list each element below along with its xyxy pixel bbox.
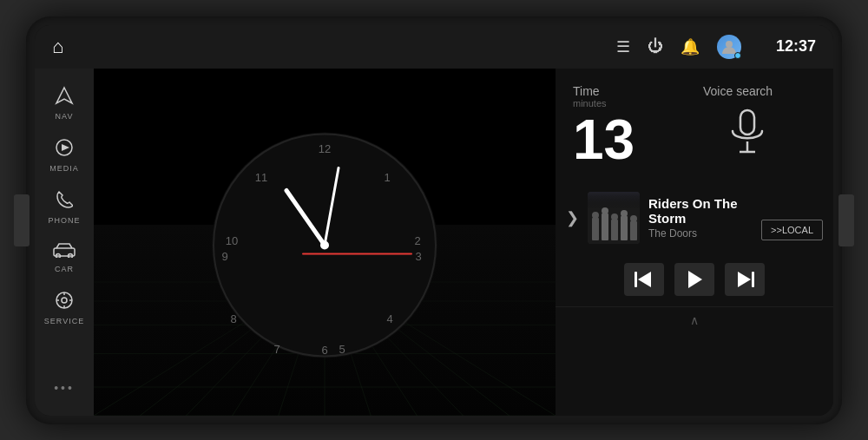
- svg-rect-64: [635, 272, 637, 287]
- svg-text:9: 9: [221, 249, 227, 262]
- play-button[interactable]: [674, 263, 714, 296]
- svg-text:4: 4: [386, 312, 392, 325]
- svg-text:8: 8: [230, 312, 236, 325]
- svg-point-54: [592, 212, 599, 219]
- next-button[interactable]: [725, 263, 765, 296]
- menu-icon[interactable]: ☰: [616, 37, 630, 56]
- main-content: NAV MEDIA: [35, 69, 833, 416]
- song-title: Riders On The Storm: [648, 196, 753, 226]
- service-icon: [55, 291, 74, 314]
- svg-rect-57: [611, 220, 618, 240]
- power-icon[interactable]: ⏻: [648, 37, 663, 56]
- bell-icon[interactable]: 🔔: [681, 37, 700, 56]
- nav-label: NAV: [56, 112, 74, 121]
- home-icon[interactable]: ⌂: [52, 36, 63, 58]
- svg-marker-65: [638, 272, 651, 287]
- sidebar: NAV MEDIA: [35, 69, 94, 416]
- player-controls: [556, 253, 833, 306]
- svg-point-62: [630, 215, 637, 222]
- sidebar-item-nav[interactable]: NAV: [35, 77, 94, 129]
- svg-text:12: 12: [319, 141, 331, 154]
- media-label: MEDIA: [49, 164, 79, 173]
- screen: ⌂ ☰ ⏻ 🔔 12:37: [35, 25, 833, 416]
- car-icon: [53, 242, 76, 262]
- svg-text:11: 11: [255, 170, 267, 183]
- top-bar-icons: ☰ ⏻ 🔔 12:37: [616, 35, 816, 59]
- prev-button[interactable]: [624, 263, 664, 296]
- avatar-dot: [734, 52, 741, 59]
- voice-label: Voice search: [703, 84, 773, 98]
- svg-marker-66: [688, 271, 702, 288]
- voice-widget: Voice search: [703, 84, 816, 171]
- svg-text:2: 2: [414, 233, 420, 246]
- car-head-unit: ⌂ ☰ ⏻ 🔔 12:37: [26, 16, 842, 424]
- bottom-bar[interactable]: ∧: [556, 306, 833, 334]
- song-info: Riders On The Storm The Doors: [648, 196, 753, 240]
- time-sublabel: minutes: [573, 98, 686, 108]
- microphone-icon[interactable]: [729, 108, 766, 171]
- svg-rect-63: [588, 192, 640, 209]
- svg-marker-1: [56, 88, 72, 103]
- svg-text:7: 7: [273, 342, 279, 355]
- svg-rect-67: [752, 272, 754, 287]
- album-art: [588, 192, 640, 244]
- mount-right: [838, 194, 854, 246]
- sidebar-item-media[interactable]: MEDIA: [35, 129, 94, 181]
- phone-label: PHONE: [48, 216, 80, 225]
- phone-icon: [56, 190, 73, 213]
- time-widget: Time minutes 13: [573, 84, 686, 171]
- svg-rect-49: [740, 110, 754, 135]
- svg-point-60: [621, 210, 628, 217]
- svg-point-48: [320, 240, 329, 249]
- svg-text:6: 6: [321, 343, 327, 356]
- svg-rect-55: [602, 213, 608, 240]
- local-button[interactable]: >>LOCAL: [761, 220, 823, 240]
- user-avatar[interactable]: [717, 35, 741, 59]
- analog-clock: 12 1 2 3 4 5 6 7 8 9 10 11: [207, 128, 442, 365]
- music-row: ❯: [556, 183, 833, 253]
- svg-marker-68: [738, 272, 751, 287]
- time-label: Time: [573, 84, 686, 98]
- svg-point-58: [611, 213, 618, 220]
- svg-marker-3: [62, 144, 69, 151]
- service-label: SERVICE: [44, 317, 84, 325]
- right-panel: Time minutes 13 Voice search: [556, 69, 833, 416]
- svg-text:3: 3: [415, 249, 421, 262]
- expand-arrow[interactable]: ❯: [566, 208, 579, 227]
- more-button[interactable]: •••: [54, 369, 75, 407]
- nav-icon: [55, 86, 74, 109]
- svg-point-8: [62, 298, 67, 303]
- info-row: Time minutes 13 Voice search: [556, 69, 833, 180]
- time-value: 13: [573, 112, 686, 167]
- svg-rect-61: [630, 221, 637, 240]
- media-icon: [55, 138, 74, 161]
- chevron-up-icon: ∧: [690, 313, 699, 327]
- svg-text:10: 10: [226, 233, 238, 246]
- clock-area: 12 1 2 3 4 5 6 7 8 9 10 11: [94, 69, 556, 416]
- car-label: CAR: [55, 265, 74, 273]
- sidebar-item-phone[interactable]: PHONE: [35, 181, 94, 233]
- svg-text:5: 5: [339, 342, 345, 355]
- svg-rect-53: [592, 218, 599, 240]
- sidebar-item-car[interactable]: CAR: [35, 233, 94, 282]
- svg-point-0: [726, 41, 733, 48]
- sidebar-item-service[interactable]: SERVICE: [35, 282, 94, 334]
- mount-left: [14, 194, 30, 246]
- svg-text:1: 1: [384, 170, 390, 183]
- svg-rect-59: [621, 216, 628, 240]
- top-bar: ⌂ ☰ ⏻ 🔔 12:37: [35, 25, 833, 69]
- clock-time: 12:37: [776, 37, 816, 56]
- song-artist: The Doors: [648, 227, 753, 240]
